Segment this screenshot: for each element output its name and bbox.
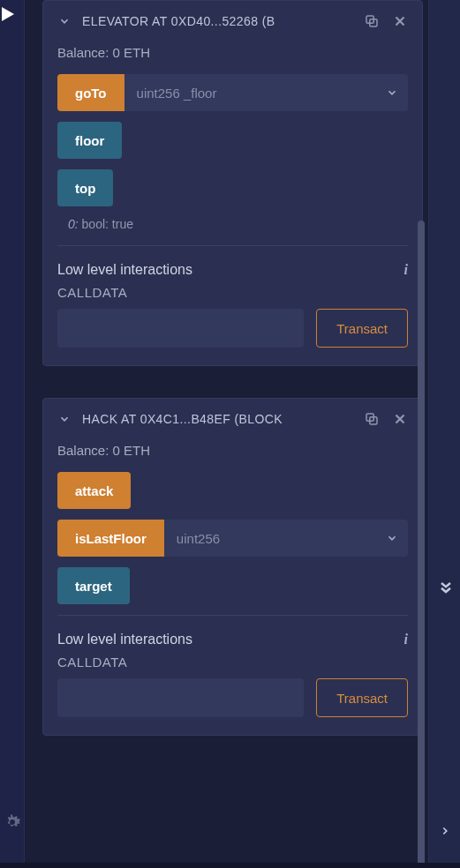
calldata-label: CALLDATA (57, 285, 408, 300)
calldata-input[interactable] (57, 309, 304, 348)
islastfloor-input-wrap (164, 520, 408, 557)
info-icon[interactable]: i (404, 632, 408, 647)
goto-button[interactable]: goTo (57, 74, 124, 111)
divider (57, 615, 408, 616)
return-value: true (112, 217, 133, 231)
copy-icon[interactable] (364, 411, 380, 427)
return-index: 0: (68, 217, 79, 231)
calldata-row: Transact (57, 309, 408, 348)
calldata-input[interactable] (57, 678, 304, 717)
top-return: 0: bool: true (68, 217, 408, 231)
close-icon[interactable] (392, 411, 408, 427)
islastfloor-input[interactable] (164, 520, 376, 557)
function-row-goto: goTo (57, 74, 408, 111)
floor-button[interactable]: floor (57, 122, 122, 159)
double-chevron-down-icon[interactable] (437, 579, 455, 601)
islastfloor-button[interactable]: isLastFloor (57, 520, 164, 557)
transact-button[interactable]: Transact (316, 678, 408, 717)
play-arrow-icon[interactable] (2, 7, 14, 21)
function-row-top: top (57, 169, 408, 206)
info-icon[interactable]: i (404, 262, 408, 278)
contract-title: HACK AT 0X4C1...B48EF (BLOCK (82, 412, 353, 426)
goto-input-wrap (124, 74, 408, 111)
right-rail (428, 0, 460, 868)
bottom-bar (0, 863, 460, 868)
chevron-right-icon[interactable] (439, 823, 451, 842)
lowlevel-header: Low level interactions i (57, 632, 408, 647)
collapse-icon[interactable] (57, 412, 72, 426)
target-button[interactable]: target (57, 567, 130, 604)
calldata-row: Transact (57, 678, 408, 717)
return-type: bool: (82, 217, 109, 231)
close-icon[interactable] (392, 13, 408, 29)
contract-title: ELEVATOR AT 0XD40...52268 (B (82, 14, 353, 28)
function-row-attack: attack (57, 472, 408, 509)
calldata-label: CALLDATA (57, 655, 408, 670)
scrollbar-thumb[interactable] (418, 221, 425, 868)
lowlevel-title: Low level interactions (57, 632, 192, 647)
contracts-panel: ELEVATOR AT 0XD40...52268 (B Balance: 0 … (42, 0, 423, 850)
function-row-islastfloor: isLastFloor (57, 520, 408, 557)
balance-label: Balance: 0 ETH (57, 443, 408, 458)
chevron-down-icon[interactable] (376, 74, 408, 111)
lowlevel-header: Low level interactions i (57, 262, 408, 278)
card-header: HACK AT 0X4C1...B48EF (BLOCK (57, 411, 408, 427)
copy-icon[interactable] (364, 13, 380, 29)
contract-card-hack: HACK AT 0X4C1...B48EF (BLOCK Balance: 0 … (42, 398, 423, 736)
collapse-icon[interactable] (57, 14, 72, 28)
attack-button[interactable]: attack (57, 472, 131, 509)
function-row-target: target (57, 567, 408, 604)
chevron-down-icon[interactable] (376, 520, 408, 557)
card-header: ELEVATOR AT 0XD40...52268 (B (57, 13, 408, 29)
transact-button[interactable]: Transact (316, 309, 408, 348)
top-button[interactable]: top (57, 169, 113, 206)
balance-label: Balance: 0 ETH (57, 45, 408, 60)
lowlevel-title: Low level interactions (57, 262, 192, 278)
contract-card-elevator: ELEVATOR AT 0XD40...52268 (B Balance: 0 … (42, 0, 423, 366)
header-actions (364, 13, 408, 29)
function-row-floor: floor (57, 122, 408, 159)
gear-icon[interactable] (2, 812, 23, 833)
goto-input[interactable] (124, 74, 376, 111)
header-actions (364, 411, 408, 427)
left-edge (0, 0, 25, 868)
divider (57, 245, 408, 246)
